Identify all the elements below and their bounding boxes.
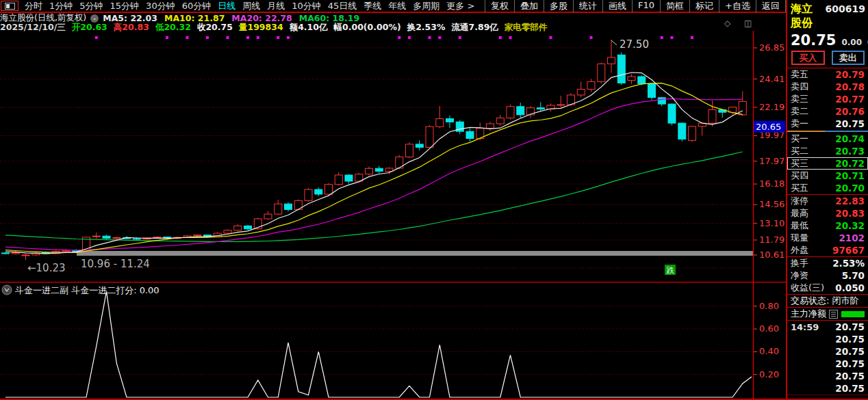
period-tab-周线[interactable]: 周线	[242, 1, 260, 11]
row-value: 20.83	[835, 208, 865, 219]
row-value: 20.76	[835, 106, 865, 117]
row-value: 97667	[832, 245, 865, 256]
row-label: 卖五	[791, 68, 808, 81]
tick-price: 20.75	[835, 383, 865, 394]
tick-list: 14:5920.7520.7520.7520.7520.7520.75	[787, 321, 868, 395]
tick-price: 20.75	[835, 334, 865, 345]
period-tab-日线[interactable]: 日线	[218, 1, 235, 11]
tick-row: 20.75	[787, 370, 868, 382]
bid-ask-divider	[787, 131, 868, 132]
main-flow-label: 主力净额	[791, 308, 826, 320]
svg-text:10.61: 10.61	[759, 250, 784, 260]
main-candlestick-chart[interactable]: 26.8524.4122.1919.9717.9716.1814.5613.10…	[0, 31, 786, 282]
ask-level-卖四[interactable]: 卖四20.78	[787, 81, 868, 93]
period-tabs: 分时1分钟5分钟15分钟30分钟60分钟日线周线月线10分钟45日线季线年线多周…	[21, 0, 478, 12]
row-label: 换手	[791, 257, 808, 269]
quote-panel: 海立股份 600619 20.75 0.00 0.00 买入 卖出 卖五20.7…	[786, 0, 868, 400]
row-value: 2102	[839, 232, 865, 243]
period-tab-10分钟[interactable]: 10分钟	[292, 1, 321, 11]
row-label: 现量	[791, 232, 808, 244]
period-tab-5分钟[interactable]: 5分钟	[79, 1, 103, 11]
row-value: 0.050	[835, 282, 865, 293]
row-value: 22.83	[835, 196, 865, 206]
trade-buttons: 买入 卖出	[787, 49, 868, 68]
buy-button[interactable]: 买入	[791, 51, 825, 65]
last-price: 20.75	[791, 32, 836, 49]
ask-level-卖二[interactable]: 卖二20.76	[787, 105, 868, 118]
sell-button[interactable]: 卖出	[832, 51, 865, 65]
period-tab-30分钟[interactable]: 30分钟	[146, 1, 175, 11]
toolbar-button-叠加[interactable]: 叠加	[514, 0, 544, 12]
chevron-down-icon[interactable]: ⌄	[90, 14, 99, 23]
tick-time: 14:59	[791, 322, 819, 332]
period-tab-1分钟[interactable]: 1分钟	[49, 1, 73, 11]
toolbar-button-多股[interactable]: 多股	[544, 0, 573, 12]
layout-icon[interactable]	[1, 1, 18, 11]
main-flow-row[interactable]: 主力净额	[787, 308, 868, 320]
toolbar-button-复权[interactable]: 复权	[485, 0, 514, 12]
list-icon	[829, 310, 838, 319]
row-label: 净资	[791, 269, 808, 282]
quote-stats: 涨停22.83最高20.83最低20.32现量2102外盘97667	[787, 195, 868, 256]
toolbar-button-返回[interactable]: 返回	[756, 0, 786, 12]
stat-净资: 净资5.70	[787, 269, 868, 282]
period-tab-季线[interactable]: 季线	[363, 1, 381, 11]
row-value: 20.73	[835, 146, 865, 157]
svg-text:20.65: 20.65	[756, 122, 781, 132]
toolbar-buttons: 复权叠加多股统计画线F10简框标记+自选返回	[485, 0, 786, 12]
indicator-sub-chart[interactable]: 0.800.600.400.20斗金一进二副 斗金一进二打分: 0.00	[0, 282, 786, 400]
toolbar-button-简框[interactable]: 简框	[660, 0, 689, 12]
period-tab-60分钟[interactable]: 60分钟	[182, 1, 212, 11]
tick-price: 20.75	[835, 346, 865, 357]
period-tab-15分钟[interactable]: 15分钟	[110, 1, 140, 11]
bid-level-买四[interactable]: 买四20.71	[787, 170, 868, 182]
toolbar-button-+自选[interactable]: +自选	[719, 0, 756, 12]
svg-text:17.97: 17.97	[759, 156, 784, 166]
stock-name: 海立股份	[791, 2, 822, 31]
period-tab-分时[interactable]: 分时	[25, 1, 42, 11]
bid-level-买二[interactable]: 买二20.73	[787, 145, 868, 157]
ask-level-卖三[interactable]: 卖三20.77	[787, 93, 868, 105]
svg-text:0.20: 0.20	[759, 369, 779, 379]
tick-price: 20.75	[835, 358, 865, 369]
stat-换手: 换手2.53%	[787, 257, 868, 269]
row-label: 收益(三)	[791, 282, 824, 294]
period-tab-多周期[interactable]: 多周期	[413, 1, 439, 11]
toolbar-button-F10[interactable]: F10	[632, 0, 660, 12]
row-label: 卖一	[791, 118, 808, 130]
toolbar-button-画线[interactable]: 画线	[602, 0, 632, 12]
bid-level-买一[interactable]: 买一20.74	[787, 133, 868, 145]
quote-stats-2: 换手2.53%净资5.70收益(三)0.050	[787, 257, 868, 294]
row-label: 买三	[791, 157, 808, 170]
row-value: 20.72	[835, 158, 865, 169]
ask-level-卖五[interactable]: 卖五20.79	[787, 68, 868, 81]
row-value: 20.32	[835, 220, 865, 231]
tick-row: 20.75	[787, 358, 868, 370]
bid-level-买五[interactable]: 买五20.70	[787, 182, 868, 194]
bid-level-买三[interactable]: 买三20.72	[787, 157, 868, 170]
toolbar-button-标记[interactable]: 标记	[689, 0, 719, 12]
ask-level-卖一[interactable]: 卖一20.75	[787, 118, 868, 130]
row-value: 20.70	[835, 183, 865, 194]
row-label: 外盘	[791, 244, 808, 256]
toolbar-button-统计[interactable]: 统计	[573, 0, 602, 12]
svg-text:22.19: 22.19	[759, 102, 784, 112]
app-window: 分时1分钟5分钟15分钟30分钟60分钟日线周线月线10分钟45日线季线年线多周…	[0, 0, 868, 400]
row-label: 涨停	[791, 195, 808, 207]
row-value: 20.77	[835, 94, 865, 105]
svg-text:10.96 - 11.24: 10.96 - 11.24	[81, 258, 150, 270]
stat-最低: 最低20.32	[787, 219, 868, 232]
row-label: 卖四	[791, 81, 808, 93]
period-tab-45日线[interactable]: 45日线	[328, 1, 357, 11]
tick-price: 20.75	[835, 371, 865, 382]
bid-levels: 买一20.74买二20.73买三20.72买四20.71买五20.70	[787, 133, 868, 194]
period-tab-更多 >[interactable]: 更多 >	[446, 1, 474, 11]
row-label: 买五	[791, 182, 808, 194]
period-tab-年线[interactable]: 年线	[388, 1, 406, 11]
quote-header[interactable]: 海立股份 600619	[787, 0, 868, 31]
row-value: 2.53%	[832, 258, 865, 269]
main-flow-bar	[841, 311, 865, 317]
period-tab-月线[interactable]: 月线	[267, 1, 285, 11]
trade-status: 交易状态: 闭市阶	[787, 295, 868, 307]
stat-外盘: 外盘97667	[787, 244, 868, 256]
